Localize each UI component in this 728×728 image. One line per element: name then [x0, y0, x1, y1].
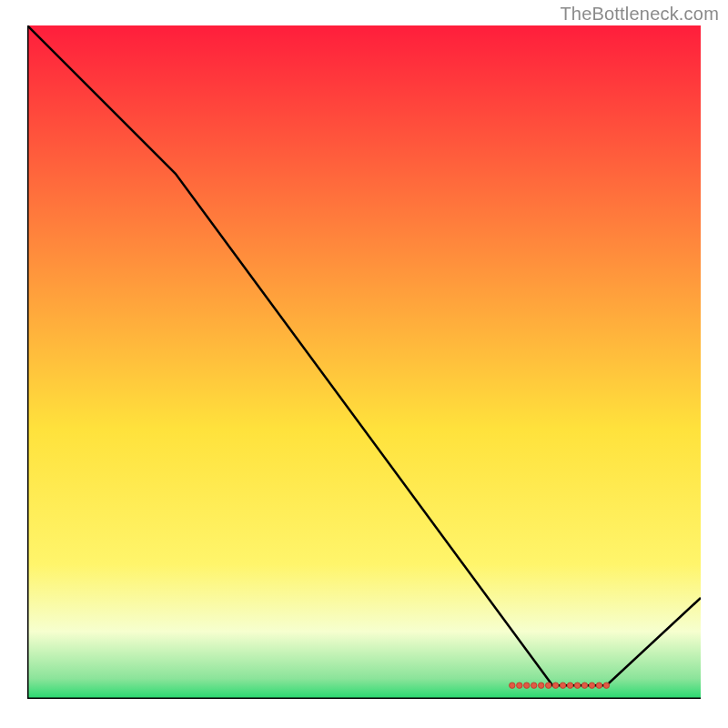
marker-dot	[517, 682, 522, 688]
marker-dot	[552, 682, 558, 688]
marker-dot	[531, 682, 537, 688]
marker-dot	[581, 682, 587, 688]
marker-dot	[589, 682, 594, 688]
marker-dot	[596, 682, 602, 688]
marker-dot	[545, 682, 551, 688]
marker-dot	[567, 682, 572, 688]
marker-dot	[560, 682, 565, 688]
marker-dot	[510, 682, 515, 688]
marker-dot	[538, 682, 543, 688]
marker-dot	[524, 682, 530, 688]
marker-dot	[574, 682, 580, 688]
chart-container: TheBottleneck.com	[0, 0, 728, 728]
watermark-text: TheBottleneck.com	[560, 4, 719, 25]
marker-dot	[603, 682, 609, 688]
bottleneck-chart	[27, 25, 701, 699]
